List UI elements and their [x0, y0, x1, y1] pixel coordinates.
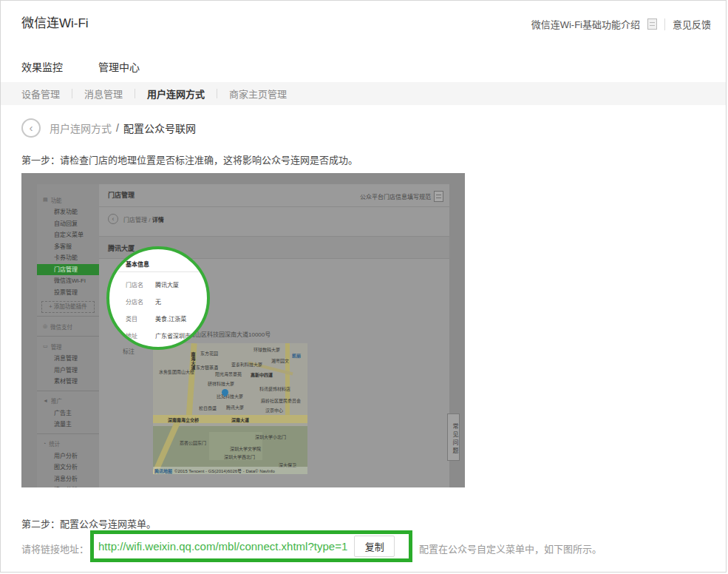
- subnav-item[interactable]: 消息管理: [84, 87, 123, 101]
- sidebar-group-label: 微信支付: [50, 323, 72, 331]
- inset-document-icon: [434, 191, 443, 202]
- link-annotation-box: http://wifi.weixin.qq.com/mbl/connect.xh…: [90, 530, 412, 562]
- subnav-item[interactable]: 设备管理: [21, 87, 60, 101]
- map-label: 深圳大学小北门: [255, 433, 286, 440]
- link-suffix: 配置在公众号自定义菜单中，如下图所示。: [419, 541, 602, 556]
- app-title: 微信连Wi-Fi: [21, 13, 89, 31]
- inset-breadcrumb-text: 门店管理 / 详情: [123, 215, 164, 223]
- map-label: 东方花园: [200, 350, 218, 357]
- sidebar-group-header: ▭管理: [37, 340, 99, 353]
- inset-page-title: 门店管理: [108, 190, 135, 200]
- map-label: 研祥科技大厦: [208, 380, 234, 387]
- feedback-link[interactable]: 意见反馈: [673, 17, 711, 31]
- map-label: 汉京中心: [265, 407, 283, 413]
- tab-bar: 效果监控管理中心: [21, 59, 152, 84]
- sidebar-item: 群发功能: [37, 206, 99, 218]
- map-attribution-text: ©2015 Tencent - GS(2014)6026号 - Data© Na…: [174, 467, 275, 474]
- wechat-pay-icon: ◎: [43, 323, 47, 329]
- map-label: 水务集团南山大楼: [159, 368, 194, 375]
- breadcrumb-parent[interactable]: 用户连网方式: [50, 121, 112, 135]
- sidebar-item: 自动回复: [37, 218, 99, 230]
- guide-link[interactable]: 微信连Wi-Fi基础功能介绍: [531, 17, 640, 31]
- inset-breadcrumb-divider: /: [149, 217, 150, 223]
- sidebar-group-header: ◄推广: [37, 394, 99, 408]
- breadcrumb-divider: /: [116, 122, 119, 134]
- header-links: 微信连Wi-Fi基础功能介绍 意见反馈: [531, 17, 711, 31]
- inset-doc-link: 公众平台门店信息填写规范: [360, 191, 443, 202]
- basic-info-value: 无: [155, 299, 161, 305]
- back-button[interactable]: ‹: [21, 118, 41, 138]
- map-label: 东方银茶酒: [196, 364, 218, 371]
- sidebar-group-label: 管理: [51, 342, 62, 351]
- sidebar-item: 用户分析: [37, 450, 99, 462]
- add-plugin-button: + 添加功能插件: [41, 301, 95, 313]
- sidebar-divider: [37, 316, 99, 317]
- sidebar-item: 门店管理: [37, 264, 99, 276]
- sidebar-divider: [37, 336, 99, 337]
- sidebar-group-label: 统计: [49, 439, 60, 448]
- store-name: 腾讯大厦: [108, 243, 135, 253]
- sidebar-item: 图文分析: [37, 462, 99, 473]
- subnav-bar: 设备管理消息管理用户连网方式商家主页管理: [1, 82, 726, 105]
- basic-info-label: 门店名: [126, 280, 155, 288]
- map-road: [285, 343, 290, 416]
- basic-info-row: 门店名腾讯大厦: [126, 280, 179, 288]
- map-label: 环球数码大厦: [254, 346, 280, 353]
- sidebar-group-header: ◔统计: [37, 437, 99, 450]
- map-attribution: 腾讯地图 ©2015 Tencent - GS(2014)6026号 - Dat…: [153, 467, 307, 474]
- sidebar-item: 消息管理: [37, 353, 99, 365]
- basic-info-title: 基本信息: [126, 260, 149, 268]
- map-label: 湘粤园文: [271, 357, 289, 364]
- step-2-text: 第二步：配置公众号连网菜单。: [21, 516, 156, 530]
- basic-info-label: 分店名: [126, 297, 155, 305]
- map-label: 松日鼎盛: [199, 405, 217, 411]
- map-label: 麻岭社区居民委员会: [261, 397, 301, 404]
- inset-breadcrumb-parent: 门店管理: [123, 217, 147, 223]
- subnav-item[interactable]: 用户连网方式: [147, 87, 205, 101]
- inset-back-button: ‹: [108, 214, 118, 224]
- breadcrumb-current: 配置公众号联网: [123, 121, 196, 135]
- sidebar-item: 用户管理: [37, 365, 99, 377]
- copy-button[interactable]: 复制: [354, 536, 395, 557]
- sidebar-group-header: ◎微信支付: [37, 320, 99, 333]
- subnav-item[interactable]: 商家主页管理: [229, 87, 287, 101]
- document-icon[interactable]: [647, 18, 657, 30]
- subnav-separator: [217, 89, 217, 98]
- sidebar-item: 微信连Wi-Fi: [37, 275, 99, 287]
- map-label: 深南南海立交桥: [168, 416, 199, 423]
- divider: [99, 206, 449, 207]
- connect-url-link[interactable]: http://wifi.weixin.qq.com/mbl/connect.xh…: [98, 540, 347, 553]
- basic-info-row: 分店名无: [126, 297, 161, 305]
- sidebar-divider: [37, 391, 99, 391]
- sidebar-divider: [37, 433, 99, 434]
- subnav-separator: [72, 89, 72, 98]
- map-label: 深南大道: [231, 416, 249, 423]
- map-label: 深圳大学文学院: [230, 445, 261, 452]
- sidebar-group-label: 推广: [51, 396, 62, 405]
- chevron-left-icon: ‹: [112, 215, 115, 223]
- map-label: 凯丽: [292, 352, 301, 359]
- chevron-left-icon: ‹: [30, 121, 33, 134]
- statistics-icon: ◔: [43, 441, 46, 446]
- tab-item[interactable]: 效果监控: [21, 59, 63, 84]
- map-label: 亚泰利科技大厦: [231, 361, 262, 368]
- sidebar-item: 流量主: [37, 419, 99, 430]
- sidebar-group-header: ▤功能: [37, 193, 99, 206]
- link-prefix: 请将链接地址：: [21, 541, 89, 556]
- promotion-icon: ◄: [43, 398, 48, 403]
- sidebar-item: 卡券功能: [37, 252, 99, 264]
- map-label: 腾讯大厦: [226, 404, 244, 411]
- map-label: 高新中四道: [251, 371, 273, 378]
- map-label: 深圳大学西北门: [224, 453, 255, 460]
- subnav-separator: [135, 89, 135, 98]
- basic-info-label: 地址: [126, 331, 155, 340]
- sidebar-item: 接口分析: [37, 484, 99, 487]
- basic-info-label: 类目: [126, 314, 155, 323]
- store-map: 东方花园环球数码大厦凯丽南海大道水务集团南山大楼东方银茶酒亚泰利科技大厦阳光海景…: [153, 343, 307, 474]
- sidebar-item: 消息分析: [37, 473, 99, 485]
- inset-doc-link-label: 公众平台门店信息填写规范: [360, 192, 431, 200]
- grid-icon: ▤: [43, 197, 48, 203]
- sidebar-group-label: 功能: [51, 196, 62, 204]
- tab-active[interactable]: 管理中心: [86, 59, 152, 84]
- basic-info-value: 美食,江浙菜: [155, 316, 186, 323]
